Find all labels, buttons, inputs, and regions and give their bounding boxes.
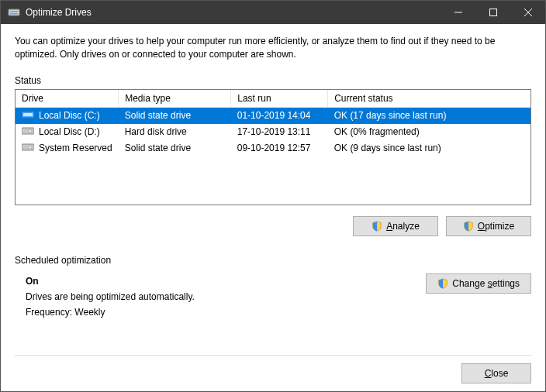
analyze-label: Analyze [386, 221, 420, 232]
schedule-state: On [26, 273, 410, 289]
drive-last-run: 09-10-2019 12:57 [231, 140, 328, 156]
col-status[interactable]: Current status [328, 90, 530, 108]
drive-name: Local Disc (D:) [39, 126, 100, 137]
close-label: Close [485, 368, 509, 379]
drive-media: Solid state drive [119, 140, 231, 156]
svg-rect-11 [22, 144, 34, 150]
drive-icon [22, 126, 34, 138]
svg-rect-0 [9, 9, 19, 15]
schedule-heading: Scheduled optimization [15, 255, 531, 266]
optimize-label: Optimize [478, 221, 514, 232]
shield-icon [437, 278, 448, 289]
change-settings-button[interactable]: Change settings [426, 273, 531, 294]
maximize-button[interactable] [475, 1, 510, 24]
app-icon [7, 5, 21, 19]
drive-name: Local Disc (C:) [39, 110, 100, 121]
scheduled-optimization-section: Scheduled optimization On Drives are bei… [15, 255, 531, 321]
optimize-drives-window: Optimize Drives You can optimize your dr… [0, 0, 546, 392]
drive-status: OK (17 days since last run) [328, 107, 530, 124]
table-row[interactable]: System ReservedSolid state drive09-10-20… [16, 140, 530, 156]
svg-rect-9 [22, 128, 34, 134]
svg-rect-2 [10, 13, 18, 15]
shield-icon [463, 221, 474, 232]
schedule-freq: Frequency: Weekly [26, 304, 410, 320]
close-button[interactable]: Close [461, 363, 531, 383]
col-drive[interactable]: Drive [16, 90, 119, 108]
analyze-button[interactable]: Analyze [353, 216, 438, 236]
window-title: Optimize Drives [26, 7, 441, 18]
table-header-row: Drive Media type Last run Current status [16, 90, 530, 108]
minimize-button[interactable] [441, 1, 475, 24]
shield-icon [371, 221, 382, 232]
content-area: You can optimize your drives to help you… [1, 24, 545, 391]
schedule-text: On Drives are being optimized automatica… [15, 273, 410, 321]
titlebar: Optimize Drives [1, 1, 545, 24]
drives-table: Drive Media type Last run Current status… [16, 90, 530, 156]
drive-status: OK (9 days since last run) [328, 140, 530, 156]
svg-rect-4 [489, 9, 496, 16]
optimize-button[interactable]: Optimize [446, 216, 531, 236]
status-label: Status [15, 75, 531, 86]
drive-last-run: 17-10-2019 13:11 [231, 124, 328, 140]
action-buttons-row: Analyze Optimize [15, 216, 531, 236]
drive-icon [22, 143, 34, 154]
col-last-run[interactable]: Last run [231, 90, 328, 108]
drive-last-run: 01-10-2019 14:04 [231, 107, 328, 124]
table-row[interactable]: Local Disc (D:)Hard disk drive17-10-2019… [16, 124, 530, 140]
svg-point-12 [29, 146, 32, 149]
change-settings-label: Change settings [452, 278, 520, 289]
table-row[interactable]: Local Disc (C:)Solid state drive01-10-20… [16, 107, 530, 124]
col-media[interactable]: Media type [119, 90, 231, 108]
svg-rect-8 [23, 113, 33, 116]
drive-media: Solid state drive [119, 107, 231, 124]
drives-list[interactable]: Drive Media type Last run Current status… [15, 89, 531, 205]
footer: Close [15, 355, 531, 383]
svg-point-10 [29, 129, 32, 132]
svg-rect-1 [10, 11, 18, 12]
drive-name: System Reserved [39, 143, 112, 153]
drive-status: OK (0% fragmented) [328, 124, 530, 140]
close-window-button[interactable] [510, 1, 545, 24]
drive-icon [22, 110, 34, 122]
intro-text: You can optimize your drives to help you… [15, 35, 531, 61]
drive-media: Hard disk drive [119, 124, 231, 140]
schedule-desc: Drives are being optimized automatically… [26, 289, 410, 304]
